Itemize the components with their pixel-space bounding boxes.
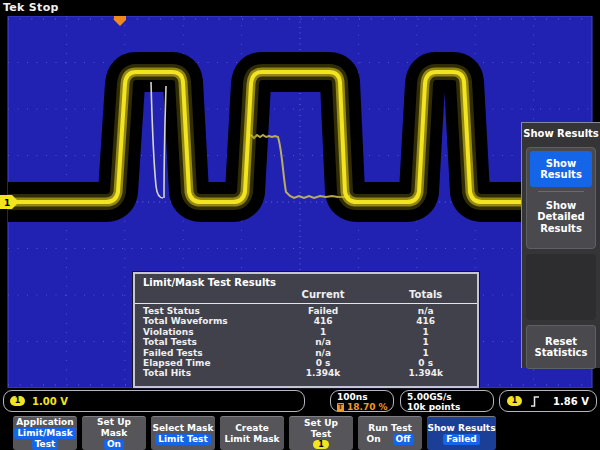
menu-btn-line: Set Up	[97, 417, 131, 428]
channel1-readout: 1 1.00 V	[3, 390, 305, 412]
table-cell-totals: 1.394k	[374, 368, 477, 378]
label: Set Up	[97, 417, 131, 428]
table-cell-label: Elapsed Time	[135, 358, 272, 368]
acquisition-readout: 5.00GS/s 10k points	[400, 390, 494, 412]
highlighted-label: Off	[393, 434, 414, 445]
label: Run Test	[368, 423, 412, 434]
trigger-level: 1.86 V	[553, 396, 589, 407]
highlighted-label: Limit Test	[155, 434, 210, 445]
trigger-source-badge: 1	[507, 396, 522, 406]
channel-badge: 1	[313, 440, 329, 449]
oscilloscope-screen: 1 Tek Stop Limit/Mask Test Results Curre…	[0, 0, 600, 450]
menu-btn-line: Show Results	[427, 423, 495, 434]
table-cell-current: n/a	[272, 337, 375, 347]
application-button[interactable]: ApplicationLimit/MaskTest	[13, 416, 77, 450]
menu-btn-line: Limit Test	[155, 434, 210, 445]
acquisition-status: Tek Stop	[3, 1, 59, 14]
trigger-readout: 1 1.86 V	[499, 390, 597, 412]
menu-btn-line: Application	[16, 417, 73, 428]
table-cell-current: 0 s	[272, 358, 375, 368]
table-row: Violations11	[135, 327, 477, 337]
results-table-header: Current Totals	[135, 288, 477, 304]
highlighted-label: Failed	[443, 434, 479, 445]
menu-btn-line: Limit/Mask	[14, 428, 75, 439]
table-cell-totals: 1	[374, 327, 477, 337]
divider	[538, 191, 584, 192]
column-header-current: Current	[272, 289, 375, 300]
table-cell-current: 416	[272, 316, 375, 326]
select-mask-button[interactable]: Select MaskLimit Test	[151, 416, 215, 450]
setup-mask-button[interactable]: Set UpMaskOn	[82, 416, 146, 450]
column-header-totals: Totals	[374, 289, 477, 300]
run-test-button[interactable]: Run TestOnOff	[358, 416, 422, 450]
table-cell-label: Total Tests	[135, 337, 272, 347]
menu-btn-line: Test	[32, 439, 59, 450]
side-menu-group: Show Results Show Detailed Results	[526, 147, 596, 249]
label: Mask	[101, 428, 127, 439]
table-row: Total Testsn/a1	[135, 337, 477, 347]
reset-statistics-button[interactable]: Reset Statistics	[526, 325, 596, 369]
rising-edge-icon	[530, 395, 540, 408]
table-cell-label: Violations	[135, 327, 272, 337]
label: Test	[311, 429, 332, 440]
show-results-button-bottom[interactable]: Show ResultsFailed	[427, 416, 496, 450]
label: Set Up	[304, 418, 338, 429]
channel1-scale: 1.00 V	[32, 396, 68, 407]
menu-btn-line: Run Test	[368, 423, 412, 434]
trigger-position-icon: T	[337, 403, 344, 412]
show-detailed-results-button[interactable]: Show Detailed Results	[530, 194, 592, 240]
table-cell-label: Failed Tests	[135, 348, 272, 358]
timebase-readout: 100ns T 18.70 %	[330, 390, 394, 412]
side-menu-empty-slot	[526, 254, 596, 320]
table-cell-current: n/a	[272, 348, 375, 358]
table-row: Total Hits1.394k1.394k	[135, 368, 477, 378]
record-length: 10k points	[407, 402, 493, 412]
menu-btn-line: OnOff	[366, 434, 413, 445]
menu-btn-line: Select Mask	[153, 423, 214, 434]
label: Limit Mask	[224, 434, 279, 445]
menu-btn-line: Set Up	[304, 418, 338, 429]
svg-text:1: 1	[4, 198, 10, 208]
top-status-bar: Tek Stop	[0, 0, 600, 16]
side-menu-title: Show Results	[522, 123, 600, 147]
menu-btn-line: Mask	[101, 428, 127, 439]
table-row: Total Waveforms416416	[135, 316, 477, 326]
highlighted-label: Limit/Mask	[14, 428, 75, 439]
label: On	[366, 434, 380, 445]
menu-btn-line: Failed	[443, 434, 479, 445]
highlighted-label: Test	[32, 439, 59, 450]
menu-btn-line: Limit Mask	[224, 434, 279, 445]
table-cell-label: Test Status	[135, 306, 272, 316]
table-cell-totals: 0 s	[374, 358, 477, 368]
label: Select Mask	[153, 423, 214, 434]
label: Show Results	[427, 423, 495, 434]
table-row: Elapsed Time0 s0 s	[135, 358, 477, 368]
table-row: Failed Testsn/a1	[135, 348, 477, 358]
setup-test-button[interactable]: Set UpTest1	[289, 416, 353, 450]
header-spacer	[135, 289, 272, 300]
menu-btn-line: Create	[235, 423, 269, 434]
table-cell-totals: n/a	[374, 306, 477, 316]
bottom-menu: ApplicationLimit/MaskTestSet UpMaskOnSel…	[13, 416, 496, 450]
table-cell-label: Total Hits	[135, 368, 272, 378]
menu-btn-line: Test	[311, 429, 332, 440]
readout-bar: 1 1.00 V 100ns T 18.70 % 5.00GS/s 10k po…	[0, 388, 600, 414]
trigger-position-value: 18.70 %	[347, 402, 388, 412]
menu-btn-line: 1	[313, 440, 329, 449]
table-cell-current: 1.394k	[272, 368, 375, 378]
table-row: Test StatusFailedn/a	[135, 306, 477, 316]
timebase-scale: 100ns	[337, 392, 393, 402]
table-cell-totals: 1	[374, 337, 477, 347]
create-limit-mask-button[interactable]: CreateLimit Mask	[220, 416, 284, 450]
side-menu: Show Results Show Results Show Detailed …	[521, 122, 600, 368]
table-cell-totals: 416	[374, 316, 477, 326]
limit-mask-results-table: Limit/Mask Test Results Current Totals T…	[133, 272, 479, 388]
results-table-title: Limit/Mask Test Results	[135, 274, 477, 288]
table-cell-current: Failed	[272, 306, 375, 316]
results-rows: Test StatusFailedn/aTotal Waveforms41641…	[135, 304, 477, 379]
table-cell-totals: 1	[374, 348, 477, 358]
table-cell-label: Total Waveforms	[135, 316, 272, 326]
label: Application	[16, 417, 73, 428]
show-results-button[interactable]: Show Results	[530, 151, 592, 187]
channel1-badge: 1	[10, 396, 25, 406]
